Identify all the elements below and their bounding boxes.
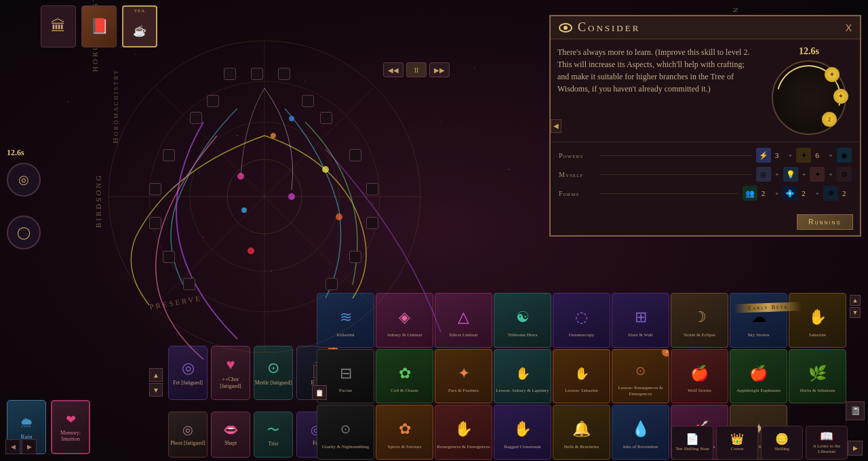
glaslty-art: ⊙ — [317, 415, 374, 444]
card-glaslty[interactable]: ⊙ Glaslty & Nightsmithing — [317, 405, 374, 460]
bottom-controls-left: ◀ ▶ — [5, 439, 37, 454]
slot-card-shapt[interactable]: 👄 Shapt — [211, 412, 250, 458]
eye-button[interactable]: ◎ — [7, 163, 41, 197]
memory-card[interactable]: ❤ Memory: Intuition — [51, 400, 90, 454]
slot-card-phost-label: Phost [fatigued] — [170, 440, 205, 447]
inv-slot-shilling[interactable]: 🪙 Shilling — [761, 426, 803, 460]
forms-label: Forms — [559, 190, 596, 197]
board-label-horomachistr: Horomachistry — [111, 68, 119, 144]
board-node — [349, 251, 361, 263]
sabazine-label: Sabazine — [808, 332, 827, 338]
card-resurgences[interactable]: ✋ Resurgences & Emergences — [435, 405, 492, 460]
board-node — [320, 112, 332, 124]
card-lesson-anbary[interactable]: ✋ Lesson: Anbary & Lapidary — [494, 349, 551, 404]
slot-card-trist-icon: 〜 — [267, 422, 279, 438]
tridesma-label: Tridesma Hiera — [507, 332, 538, 338]
card-lesson-resurgences[interactable]: ⊙ Lesson: Resurgences & Emergences 3 — [612, 349, 669, 404]
slot-card-fet[interactable]: ◎ Fet [fatigued] — [168, 346, 208, 400]
card-door-wall[interactable]: ⊞ Door & Wall — [612, 293, 669, 348]
powers-icon-3: ◉ — [837, 148, 852, 163]
card-applebright[interactable]: 🍎 Applebright Euphonies — [730, 349, 787, 404]
wolf-stories-label: Wolf Stories — [686, 388, 713, 393]
slot-card-phost-icon: ◎ — [182, 422, 193, 437]
rewind-button[interactable]: ◀◀ — [383, 62, 403, 77]
coil-art: ✿ — [376, 359, 433, 388]
lesson-resurgences-badge: 3 — [662, 349, 669, 357]
card-inks[interactable]: 💧 Inks of Revelation — [612, 405, 669, 460]
slot-card-mettle[interactable]: ⊙ Mettle [fatigued] — [254, 346, 293, 400]
wolf-stories-art: 🍎 — [671, 359, 728, 388]
board-node — [183, 278, 195, 290]
slot-card-chor-label: ++Chor [fatigued] — [212, 376, 250, 389]
slot-nav-down[interactable]: ▼ — [149, 383, 163, 397]
inv-slot-crown[interactable]: 👑 Crown — [716, 426, 758, 460]
board-node — [366, 217, 378, 229]
card-spices[interactable]: ✿ Spices & Savours — [376, 405, 433, 460]
slot-card-shapt-icon: 👄 — [223, 422, 238, 437]
herbs-art: 🌿 — [789, 359, 846, 388]
card-herbs[interactable]: 🌿 Herbs & Infusions — [789, 349, 846, 404]
card-killasimi[interactable]: ≋ Killasimi — [317, 293, 374, 348]
tea-card[interactable]: ☕ — [122, 5, 157, 47]
slot-card-chor[interactable]: ♥ ++Chor [fatigued] — [211, 346, 250, 400]
door-wall-label: Door & Wall — [627, 332, 654, 338]
memory-card-icon: ❤ — [66, 412, 76, 427]
anbary-art: ◈ — [376, 303, 433, 332]
rain-card-icon: 🌧 — [20, 415, 33, 430]
forms-num-3: 2 — [842, 189, 852, 197]
sickle-art: ☽ — [671, 303, 728, 332]
myself-icon-1: ◎ — [756, 167, 771, 182]
slot-card-trist-label: Trist — [269, 441, 279, 447]
coil-label: Coil & Chasm — [389, 388, 419, 393]
inv-slot-letter[interactable]: 📖 A Letter to the Librarian — [806, 426, 848, 460]
slot-card-phost[interactable]: ◎ Phost [fatigued] — [168, 412, 208, 458]
tower-card[interactable]: 🏛 — [41, 5, 76, 47]
consider-prev-button[interactable]: ◀ — [551, 119, 561, 133]
bc-next-button[interactable]: ▶ — [22, 439, 37, 454]
card-sickle[interactable]: ☽ Sickle & Eclipse — [671, 293, 728, 348]
slot-nav-up[interactable]: ▲ — [149, 368, 163, 382]
card-anbary[interactable]: ◈ Anbary & Liminal — [376, 293, 433, 348]
fucine-label: Fucine — [338, 388, 353, 393]
card-bells[interactable]: 🔔 Bells & Brazieries — [553, 405, 610, 460]
board-node — [302, 95, 314, 107]
board-node — [349, 149, 361, 161]
forward-button[interactable]: ▶▶ — [429, 62, 450, 77]
forms-icon-3: ❄ — [823, 186, 838, 201]
card-action-icon[interactable]: 📋 — [312, 385, 327, 400]
shilling-label: Shilling — [774, 447, 789, 452]
notebook-icon-button[interactable]: 📓 — [846, 401, 865, 420]
mouth-button[interactable]: ◯ — [7, 216, 41, 249]
card-ouranoscopy[interactable]: ◌ Ouranoscopy — [553, 293, 610, 348]
card-sabazine[interactable]: ✋ Sabazine — [789, 293, 846, 348]
card-edicts[interactable]: △ Edicts Liminal — [435, 293, 492, 348]
inv-slot-shilling-note[interactable]: 📄 Ten Shilling Note — [671, 426, 713, 460]
slot-card-shapt-label: Shapt — [224, 440, 237, 447]
page-nav-button[interactable]: ▶ — [848, 441, 863, 456]
scroll-down-button[interactable]: ▼ — [850, 307, 861, 318]
running-button[interactable]: Running — [797, 214, 853, 230]
powers-num-1: 3 — [775, 151, 785, 159]
card-furs[interactable]: ✦ Furs & Feathers — [435, 349, 492, 404]
bc-prev-button[interactable]: ◀ — [5, 439, 20, 454]
card-coil[interactable]: ✿ Coil & Chasm — [376, 349, 433, 404]
applebright-label: Applebright Euphonies — [735, 388, 782, 393]
scroll-up-button[interactable]: ▲ — [850, 295, 861, 306]
resurgences-art: ✋ — [435, 415, 492, 444]
slot-card-trist[interactable]: 〜 Trist — [254, 412, 293, 458]
book-card[interactable]: 📕 — [81, 5, 117, 47]
card-tridesma[interactable]: ☯ Tridesma Hiera — [494, 293, 551, 348]
card-lesson-sabazine[interactable]: ✋ Lesson: Sabazine — [553, 349, 610, 404]
pause-button[interactable]: II — [406, 62, 427, 77]
board-node — [278, 68, 290, 80]
card-ragged[interactable]: ✋ Ragged Crossroads — [494, 405, 551, 460]
card-wolf-stories[interactable]: 🍎 Wolf Stories — [671, 349, 728, 404]
lesson-sabazine-art: ✋ — [553, 359, 610, 388]
stat-row-powers: Powers ⚡ 3 + ✦ 6 + ◉ — [559, 148, 852, 163]
consider-description: There's always more to learn. (Improve t… — [557, 46, 758, 135]
letter-icon: 📖 — [820, 430, 833, 443]
crown-icon: 👑 — [730, 433, 744, 445]
consider-close-button[interactable]: X — [846, 22, 852, 33]
card-sky-stories[interactable]: ☁ Sky Stories — [730, 293, 787, 348]
stat-row-forms: Forms 👥 2 + 💠 2 + ❄ 2 — [559, 186, 852, 201]
